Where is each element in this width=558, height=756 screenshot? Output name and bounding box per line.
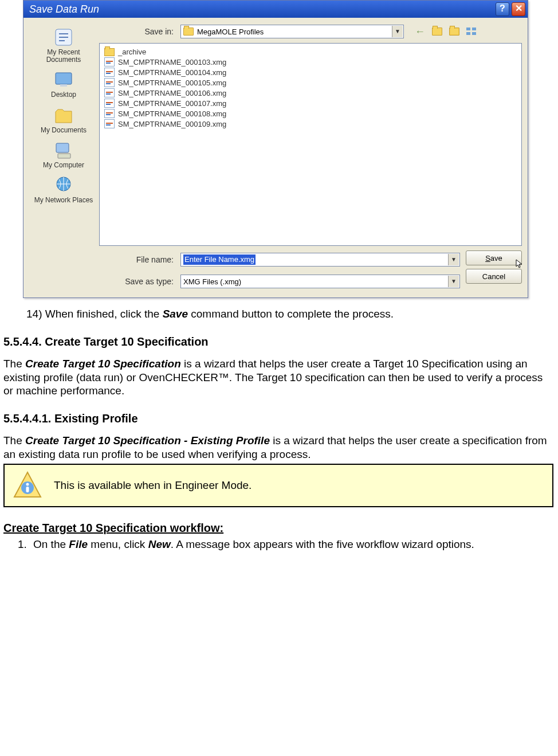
file-icon — [104, 109, 115, 118]
place-label: My Documents — [32, 127, 95, 134]
note-box: This is available when in Engineer Mode. — [3, 464, 553, 507]
save-in-value: MegaMOLE Profiles — [197, 28, 264, 36]
save-in-label: Save in: — [99, 27, 176, 36]
chevron-down-icon[interactable]: ▼ — [448, 254, 459, 265]
svg-rect-9 — [472, 32, 476, 35]
cancel-button[interactable]: Cancel — [466, 269, 522, 284]
views-button[interactable] — [465, 25, 478, 38]
help-button[interactable]: ? — [496, 2, 509, 16]
titlebar: Save Data Run ? ✕ — [23, 1, 528, 18]
place-desktop[interactable]: Desktop — [32, 67, 95, 101]
place-label: My Recent Documents — [32, 49, 95, 64]
paragraph: The Create Target 10 Specification - Exi… — [3, 434, 553, 461]
place-mydocs[interactable]: My Documents — [32, 103, 95, 136]
list-item: SM_CMPTRNAME_000103.xmg — [104, 57, 517, 67]
place-label: My Network Places — [32, 197, 95, 204]
place-recent[interactable]: My Recent Documents — [32, 25, 95, 66]
svg-rect-6 — [466, 28, 470, 30]
back-button[interactable]: ← — [413, 25, 427, 38]
save-button[interactable]: SSaveave — [466, 250, 522, 265]
places-bar: My Recent Documents Desktop My Documents — [28, 22, 99, 291]
paragraph: The Create Target 10 Specification is a … — [3, 357, 553, 398]
chevron-down-icon[interactable]: ▼ — [392, 26, 403, 37]
file-icon — [104, 99, 115, 108]
note-text: This is available when in Engineer Mode. — [54, 479, 252, 492]
chevron-down-icon[interactable]: ▼ — [448, 276, 459, 287]
save-in-combo[interactable]: MegaMOLE Profiles ▼ — [180, 25, 404, 38]
file-icon — [104, 68, 115, 77]
list-item: SM_CMPTRNAME_000105.xmg — [104, 77, 517, 88]
file-icon — [104, 88, 115, 97]
list-item: _archive — [104, 47, 517, 57]
heading-55441: 5.5.4.4.1. Existing Profile — [3, 412, 553, 426]
my-documents-icon — [52, 105, 75, 126]
save-type-combo[interactable]: XMG Files (.xmg) ▼ — [180, 275, 460, 288]
svg-rect-12 — [26, 487, 29, 492]
save-type-value: XMG Files (.xmg) — [183, 277, 241, 286]
file-name-label: File name: — [99, 255, 176, 264]
file-icon — [104, 119, 115, 128]
info-warning-icon — [13, 471, 42, 500]
folder-icon — [104, 48, 115, 56]
step-14: 14) When finished, click the Save comman… — [26, 307, 553, 321]
new-folder-icon — [449, 28, 459, 36]
file-icon — [104, 78, 115, 87]
list-item: SM_CMPTRNAME_000104.xmg — [104, 67, 517, 77]
my-computer-icon — [52, 140, 75, 160]
list-item: SM_CMPTRNAME_000109.xmg — [104, 119, 517, 129]
svg-rect-3 — [56, 143, 69, 152]
file-list[interactable]: _archive SM_CMPTRNAME_000103.xmg SM_CMPT… — [99, 43, 522, 246]
up-one-level-button[interactable] — [430, 25, 444, 38]
svg-rect-1 — [56, 73, 72, 84]
network-places-icon — [52, 175, 75, 195]
cursor-icon — [515, 258, 525, 269]
new-folder-button[interactable] — [447, 25, 461, 38]
place-computer[interactable]: My Computer — [32, 138, 95, 171]
desktop-icon — [52, 69, 75, 90]
svg-rect-7 — [472, 28, 476, 30]
place-label: Desktop — [32, 91, 95, 99]
svg-rect-2 — [60, 84, 67, 87]
recent-docs-icon — [52, 27, 75, 48]
folder-up-icon — [432, 28, 442, 36]
close-button[interactable]: ✕ — [512, 2, 525, 16]
save-type-label: Save as type: — [99, 277, 176, 286]
svg-rect-8 — [466, 32, 470, 35]
workflow-step-1: On the File menu, click New. A message b… — [30, 538, 553, 551]
list-item: SM_CMPTRNAME_000106.xmg — [104, 88, 517, 98]
file-icon — [104, 57, 115, 66]
file-name-value: Enter File Name.xmg — [183, 254, 256, 265]
folder-icon — [183, 28, 194, 36]
place-network[interactable]: My Network Places — [32, 173, 95, 206]
list-item: SM_CMPTRNAME_000107.xmg — [104, 98, 517, 108]
svg-rect-4 — [58, 154, 70, 158]
svg-point-11 — [26, 483, 29, 485]
save-dialog: Save Data Run ? ✕ My Recent Documents — [23, 0, 528, 298]
place-label: My Computer — [32, 162, 95, 169]
workflow-heading: Create Target 10 Specification workflow: — [3, 521, 553, 535]
list-item: SM_CMPTRNAME_000108.xmg — [104, 108, 517, 119]
file-name-input[interactable]: Enter File Name.xmg ▼ — [180, 253, 460, 267]
dialog-title: Save Data Run — [29, 3, 493, 15]
heading-5544: 5.5.4.4. Create Target 10 Specification — [3, 335, 553, 349]
